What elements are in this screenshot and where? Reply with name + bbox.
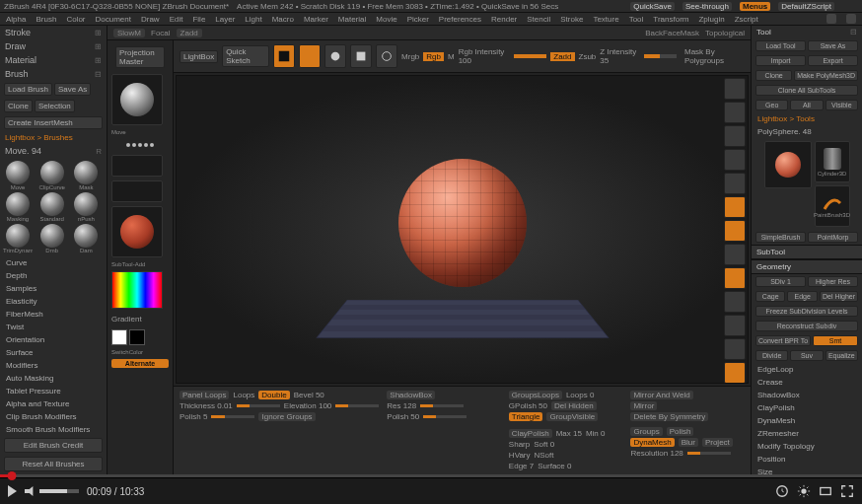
load-brush-button[interactable]: Load Brush — [4, 83, 52, 96]
zoom-button[interactable] — [724, 125, 746, 147]
section-item[interactable]: Position — [752, 453, 862, 466]
menu-item[interactable]: Brush — [36, 15, 56, 24]
edit-brush-button[interactable]: Edit Brush Credit — [4, 438, 103, 453]
frame-button[interactable] — [724, 267, 746, 289]
menu-item[interactable]: Movie — [376, 15, 396, 24]
polish-slider[interactable] — [211, 415, 254, 418]
see-through-button[interactable]: See-through — [682, 2, 732, 11]
subtool-section[interactable]: SubTool — [752, 245, 862, 259]
section-item[interactable]: Surface — [0, 346, 107, 359]
topological[interactable]: Topological — [705, 29, 745, 37]
menu-item[interactable]: Edit — [170, 15, 183, 24]
volume-control[interactable] — [25, 486, 79, 496]
section-item[interactable]: Crease — [752, 376, 862, 389]
section-item[interactable]: Orientation — [0, 333, 107, 346]
video-progress[interactable] — [0, 474, 862, 477]
brush-slot[interactable]: nPush — [71, 192, 101, 222]
save-tool-button[interactable]: Save As — [808, 40, 858, 51]
section-item[interactable]: ClayPolish — [752, 401, 862, 414]
menu-item[interactable]: Picker — [407, 15, 429, 24]
stroke-thumb[interactable] — [111, 155, 163, 177]
menu-item[interactable]: Zplugin — [698, 15, 724, 24]
material-thumb[interactable] — [111, 206, 163, 257]
alternate-button[interactable]: Alternate — [111, 359, 169, 368]
scroll-button[interactable] — [724, 102, 746, 123]
section-item[interactable]: ZRemesher — [752, 427, 862, 440]
tool-slot-active[interactable] — [764, 141, 812, 188]
clone-tool-button[interactable]: Clone — [755, 70, 792, 81]
rotate-mode-icon[interactable] — [376, 44, 397, 68]
black-swatch[interactable] — [129, 329, 145, 345]
tool-header[interactable]: Tool — [756, 28, 771, 36]
accordion-brush[interactable]: Brush⊟ — [0, 67, 107, 81]
section-item[interactable]: Modify Topology — [752, 440, 862, 453]
brush-slot[interactable]: ClipCurve — [37, 161, 67, 190]
menu-item[interactable]: Macro — [272, 15, 294, 24]
section-item[interactable]: Samples — [0, 282, 107, 295]
scale-nav-button[interactable] — [724, 315, 746, 336]
color-picker[interactable] — [111, 271, 163, 309]
section-item[interactable]: Curve — [0, 256, 107, 269]
polyf-button[interactable] — [724, 362, 746, 384]
slowm-pill[interactable]: SlowM — [113, 29, 145, 37]
section-item[interactable]: Size — [752, 466, 862, 474]
brush-slot[interactable]: Dam — [71, 224, 101, 253]
backface-mask[interactable]: BackFaceMask — [645, 29, 699, 37]
dynamesh-res-slider[interactable] — [687, 452, 731, 455]
menu-item[interactable]: Stencil — [527, 15, 550, 24]
section-item[interactable]: Clip Brush Modifiers — [0, 410, 107, 423]
section-item[interactable]: Depth — [0, 269, 107, 282]
save-brush-button[interactable]: Save As — [54, 83, 91, 96]
scale-mode-icon[interactable] — [350, 44, 372, 68]
menu-item[interactable]: Stroke — [560, 15, 583, 24]
import-button[interactable]: Import — [755, 55, 806, 66]
quicksketch-button[interactable]: Quick Sketch — [222, 45, 268, 67]
section-item[interactable]: Alpha and Texture — [0, 397, 107, 410]
draw-mode-icon[interactable] — [299, 44, 321, 68]
viewport[interactable] — [176, 75, 749, 384]
brush-slot[interactable]: TrimDynamic — [3, 224, 33, 253]
rotate-nav-button[interactable] — [724, 338, 746, 360]
section-item[interactable]: EdgeLoop — [752, 363, 862, 376]
reset-brushes-button[interactable]: Reset All Brushes — [4, 457, 103, 471]
make-polymesh-button[interactable]: Make PolyMesh3D — [794, 70, 858, 81]
brush-slot[interactable]: Dmb — [37, 224, 67, 253]
gradient-toggle[interactable]: Gradient — [111, 315, 142, 324]
section-item[interactable]: Tablet Pressure — [0, 385, 107, 397]
edit-mode-icon[interactable] — [273, 44, 295, 68]
export-button[interactable]: Export — [808, 55, 858, 66]
fullscreen-icon[interactable] — [840, 484, 854, 498]
accordion-stroke[interactable]: Stroke⊞ — [0, 26, 107, 39]
floor-button[interactable] — [724, 220, 746, 242]
menu-item[interactable]: Texture — [593, 15, 618, 24]
menu-item[interactable]: Zscript — [735, 15, 758, 24]
brush-slot[interactable]: Masking — [3, 192, 33, 222]
rgb-intensity-slider[interactable] — [514, 54, 546, 58]
accordion-material[interactable]: Material⊞ — [0, 53, 107, 67]
link-icon[interactable] — [846, 14, 856, 24]
menu-item[interactable]: Alpha — [6, 15, 26, 24]
brush-slot[interactable]: Move — [3, 161, 33, 190]
settings-icon[interactable] — [797, 484, 811, 498]
menu-item[interactable]: Render — [491, 15, 517, 24]
clone-brush-button[interactable]: Clone — [4, 100, 33, 112]
divide-button[interactable]: Divide — [755, 350, 788, 361]
menu-item[interactable]: Transform — [653, 15, 688, 24]
menu-item[interactable]: File — [192, 15, 205, 24]
aahalf-button[interactable] — [724, 173, 746, 194]
lightbox-button[interactable]: LightBox — [180, 50, 218, 63]
section-item[interactable]: ShadowBox — [752, 389, 862, 401]
load-tool-button[interactable]: Load Tool — [755, 40, 806, 51]
menu-item[interactable]: Document — [96, 15, 131, 24]
defaultscript-button[interactable]: DefaultZScript — [778, 2, 834, 11]
quicksave-button[interactable]: QuickSave — [630, 2, 675, 11]
brush-slot[interactable]: Mask — [71, 161, 101, 190]
create-insertmesh-button[interactable]: Create InsertMesh — [4, 116, 103, 129]
section-item[interactable]: Modifiers — [0, 359, 107, 372]
dynamesh-button[interactable]: DynaMesh — [630, 438, 674, 447]
local-button[interactable] — [724, 244, 746, 265]
menu-item[interactable]: Color — [66, 15, 85, 24]
menu-item[interactable]: Tool — [629, 15, 644, 24]
z-intensity-slider[interactable] — [644, 54, 677, 58]
geometry-section[interactable]: Geometry — [752, 259, 862, 274]
